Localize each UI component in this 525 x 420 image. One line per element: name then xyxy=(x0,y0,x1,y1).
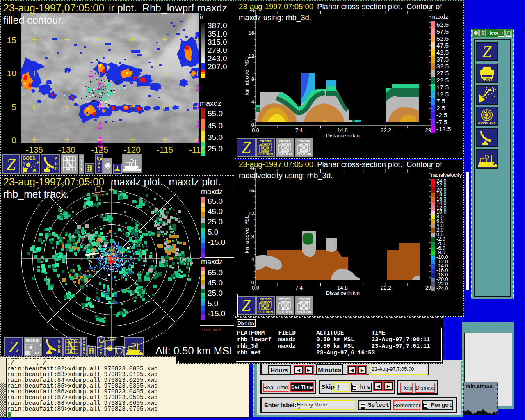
svg-text:8d-12C-8: 8d-12C-8 xyxy=(105,256,119,260)
svg-text:CROSS: CROSS xyxy=(260,297,272,301)
svg-text:CROSS: CROSS xyxy=(279,297,291,301)
svg-text:GOES: GOES xyxy=(23,155,36,160)
svg-text:Z: Z xyxy=(482,43,492,60)
svg-text:SECTION: SECTION xyxy=(277,310,292,314)
svg-text:S: S xyxy=(81,169,83,172)
svg-text:whoe-st: whoe-st xyxy=(93,194,105,197)
svg-text:Z: Z xyxy=(7,155,16,173)
svg-text:SECTION: SECTION xyxy=(297,152,312,156)
svg-text:R: R xyxy=(55,167,58,171)
svg-text:-125: -125 xyxy=(107,337,116,341)
svg-text:Z: Z xyxy=(242,297,251,314)
svg-text:SECTION: SECTION xyxy=(297,310,312,314)
svg-text:CROSS: CROSS xyxy=(298,297,310,301)
svg-text:P: P xyxy=(98,169,100,173)
svg-text:OVERLAYS: OVERLAYS xyxy=(478,121,496,125)
svg-text:SECTION: SECTION xyxy=(277,152,292,156)
svg-text:SECTION: SECTION xyxy=(258,310,273,314)
svg-text:SECTION: SECTION xyxy=(258,152,273,156)
svg-text:.IR: .IR xyxy=(32,169,37,173)
svg-text:PRINT: PRINT xyxy=(482,78,493,82)
svg-text:U: U xyxy=(55,162,57,166)
svg-text:S: S xyxy=(55,157,58,161)
